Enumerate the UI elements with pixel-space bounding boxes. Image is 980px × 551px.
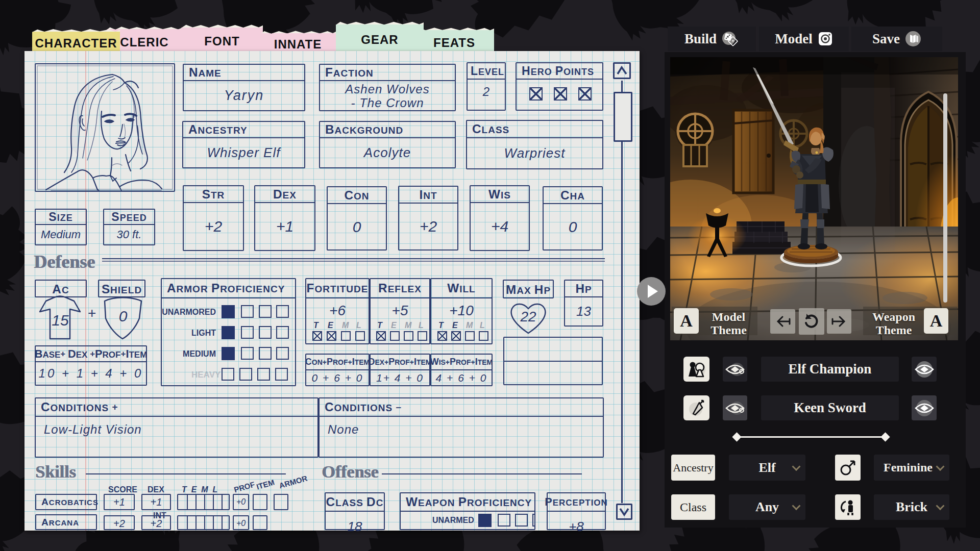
- svg-text:0: 0: [119, 308, 128, 324]
- svg-text:22: 22: [520, 309, 536, 324]
- svg-text:15: 15: [52, 312, 69, 329]
